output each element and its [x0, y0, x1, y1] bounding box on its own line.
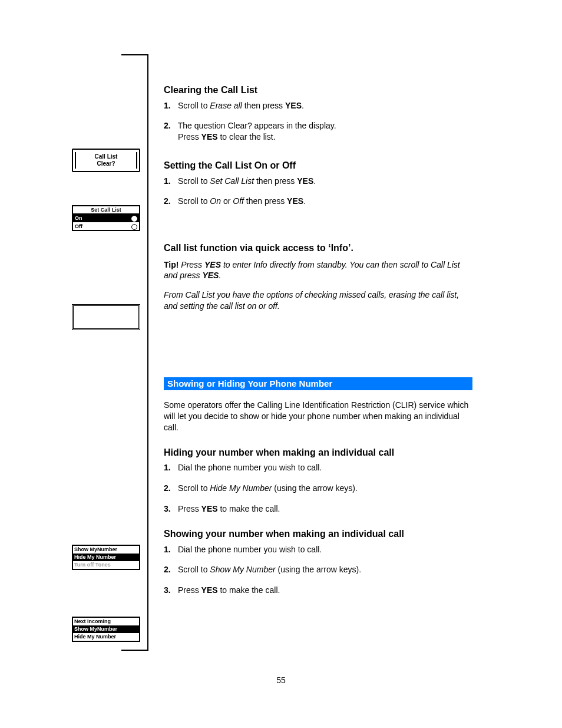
menu-term: Call List	[431, 260, 460, 269]
step-text: then press	[244, 196, 287, 206]
step-text: (using the arrow keys).	[272, 483, 358, 493]
radio-on-icon	[131, 216, 137, 222]
tip-text: From	[164, 290, 186, 299]
step: 3. Press YES to make the call.	[164, 503, 472, 515]
set-list-section: Setting the Call List On or Off 1. Scrol…	[164, 151, 316, 216]
column-divider	[147, 54, 148, 651]
step: 2. Scroll to On or Off then press YES.	[164, 196, 316, 207]
section-bar: Showing or Hiding Your Phone Number	[164, 377, 472, 390]
lcd-line: Clear?	[73, 160, 139, 167]
lcd-hide-my-number: Show MyNumber Hide My Number Turn off To…	[72, 545, 140, 570]
menu-term: Call List	[186, 290, 215, 299]
divider-cap-bottom	[121, 650, 148, 651]
lcd-option-on: On	[73, 214, 139, 222]
manual-page: Call List Clear? Set Call List On Off Sh…	[0, 0, 562, 728]
heading: Setting the Call List On or Off	[164, 159, 316, 172]
menu-term: Info	[253, 260, 267, 269]
clear-list-section: Clearing the Call List 1. Scroll to Eras…	[164, 75, 336, 152]
tip-text: and press	[164, 271, 202, 280]
step-text: Press	[178, 132, 201, 141]
lcd-title: Set Call List	[73, 206, 139, 214]
lcd-option-selected: Hide My Number	[73, 554, 139, 561]
key: YES	[201, 132, 218, 141]
heading: Hiding your number when making an indivi…	[164, 446, 472, 459]
step-number: 3.	[164, 585, 176, 596]
step-number: 2.	[164, 564, 176, 575]
step-text: then press	[242, 101, 285, 110]
step-text: Press	[178, 504, 201, 513]
key: YES	[204, 260, 221, 269]
step: 2. Scroll to Hide My Number (using the a…	[164, 483, 472, 494]
step: 1. Dial the phone number you wish to cal…	[164, 544, 472, 555]
menu-term: Erase all	[210, 101, 242, 110]
key: YES	[297, 176, 313, 186]
divider-cap-top	[121, 54, 148, 55]
radio-off-icon	[131, 224, 137, 230]
step-text: .	[303, 196, 306, 206]
lcd-option-label: On	[75, 215, 82, 221]
step-number: 2.	[164, 120, 176, 131]
lcd-option: Show MyNumber	[73, 546, 139, 554]
lcd-option: Hide My Number	[73, 633, 139, 641]
step: 1. Scroll to Set Call List then press YE…	[164, 176, 316, 187]
step-text: Dial the phone number you wish to call.	[178, 463, 322, 472]
step-number: 1.	[164, 544, 176, 555]
step-number: 2.	[164, 483, 176, 494]
tip-text: .	[219, 271, 221, 280]
tip-label: Tip!	[164, 260, 181, 269]
step-number: 1.	[164, 100, 176, 111]
key: YES	[285, 101, 302, 110]
step-text: Scroll to	[178, 483, 210, 493]
step-number: 2.	[164, 196, 176, 207]
menu-term: Hide My Number	[210, 483, 272, 493]
lcd-option: Turn off Tones	[73, 561, 139, 569]
lcd-option-selected: Show MyNumber	[73, 625, 139, 633]
key: YES	[287, 196, 303, 206]
step-text: Scroll to	[178, 101, 210, 110]
lcd-set-call-list: Set Call List On Off	[72, 205, 140, 231]
tip-paragraph: Tip! Press YES to enter Info directly fr…	[164, 259, 472, 282]
lcd-show-my-number: Next Incoming Show MyNumber Hide My Numb…	[72, 617, 140, 642]
step-text: The question Clear? appears in the displ…	[178, 121, 336, 130]
step: 2. Scroll to Show My Number (using the a…	[164, 564, 472, 575]
heading: Showing your number when making an indiv…	[164, 528, 472, 541]
step-text: Scroll to	[178, 565, 210, 574]
key: YES	[202, 271, 219, 280]
step: 1. Dial the phone number you wish to cal…	[164, 462, 472, 473]
menu-term: Off	[233, 196, 244, 206]
step-text: to make the call.	[218, 504, 280, 513]
step-text: .	[302, 101, 304, 110]
step-text: Dial the phone number you wish to call.	[178, 545, 322, 554]
heading: Call list function via quick access to ‘…	[164, 242, 472, 255]
lcd-clear-dialog: Call List Clear?	[72, 149, 140, 172]
step-text: to clear the list.	[218, 132, 276, 141]
menu-term: Show My Number	[210, 565, 275, 574]
show-hide-section: Some operators offer the Calling Line Id…	[164, 400, 472, 605]
step-text: (using the arrow keys).	[276, 565, 362, 574]
section-bar-title: Showing or Hiding Your Phone Number	[167, 378, 332, 388]
lcd-option-label: Off	[75, 223, 82, 229]
lcd-option: Next Incoming	[73, 618, 139, 625]
step: 1. Scroll to Erase all then press YES.	[164, 100, 336, 111]
step-text: Scroll to	[178, 196, 210, 206]
step-text: Press	[178, 585, 201, 595]
lcd-line: Call List	[73, 153, 139, 160]
lcd-option-off: Off	[73, 222, 139, 230]
lcd-placeholder	[72, 304, 140, 330]
menu-term: Set Call List	[210, 176, 254, 186]
tip-text: to enter	[221, 260, 253, 269]
step-text: .	[313, 176, 316, 186]
step-text: or	[221, 196, 233, 206]
tip-paragraph: From Call List you have the options of c…	[164, 289, 472, 312]
step-number: 1.	[164, 176, 176, 187]
step: 3. Press YES to make the call.	[164, 585, 472, 596]
key: YES	[201, 585, 218, 595]
step: 2. The question Clear? appears in the di…	[164, 120, 336, 143]
tip-section: Call list function via quick access to ‘…	[164, 233, 472, 314]
step-text: Scroll to	[178, 176, 210, 186]
heading: Clearing the Call List	[164, 84, 336, 97]
step-text: then press	[254, 176, 297, 186]
key: YES	[201, 504, 218, 513]
page-number: 55	[0, 675, 562, 686]
step-number: 3.	[164, 503, 176, 515]
